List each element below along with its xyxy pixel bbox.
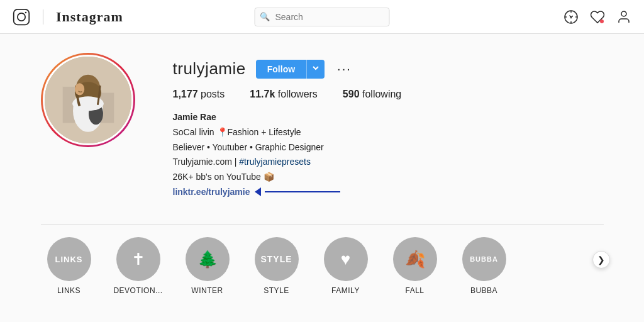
- highlight-bubba-circle: BUBBA: [462, 237, 506, 281]
- following-stat[interactable]: 590 following: [343, 89, 401, 100]
- highlight-fall[interactable]: 🍂 FALL: [387, 237, 443, 295]
- profile-top-row: trulyjamie Follow ···: [173, 59, 604, 79]
- highlight-winter-label: WINTER: [191, 286, 223, 295]
- link-row: linktr.ee/trulyjamie: [173, 185, 604, 199]
- follow-button[interactable]: Follow: [256, 60, 306, 79]
- stats-row: 1,177 posts 11.7k followers 590 followin…: [173, 89, 604, 100]
- highlight-devotion-label: DEVOTION...: [113, 286, 162, 295]
- highlights-next-button[interactable]: ❯: [592, 251, 610, 269]
- highlight-style[interactable]: STYLE STYLE: [248, 237, 305, 295]
- highlight-fall-circle: 🍂: [393, 237, 437, 281]
- following-count: 590: [343, 89, 360, 99]
- bio-line-2: Believer • Youtuber • Graphic Designer: [173, 140, 604, 154]
- highlight-fall-label: FALL: [405, 286, 424, 295]
- arrow-line: [265, 191, 340, 192]
- highlight-devotion-circle: ✝: [116, 237, 160, 281]
- hashtag-link[interactable]: #trulyjamiepresets: [239, 157, 311, 167]
- highlight-family-circle: ♥: [324, 237, 368, 281]
- more-options-button[interactable]: ···: [335, 62, 354, 76]
- bio-link[interactable]: linktr.ee/trulyjamie: [173, 185, 250, 199]
- highlight-bubba-label: BUBBA: [470, 286, 497, 295]
- instagram-wordmark: Instagram: [56, 9, 123, 25]
- instagram-camera-icon: [13, 8, 30, 26]
- highlights-section: LINKS LINKS ✝ DEVOTION... 🌲 WINTER STYLE…: [41, 224, 604, 295]
- heart-icon[interactable]: [590, 9, 605, 25]
- bio-name: Jamie Rae: [173, 110, 604, 124]
- svg-point-8: [621, 11, 626, 16]
- notification-dot: [600, 19, 604, 23]
- posts-count: 1,177: [173, 89, 198, 99]
- user-icon[interactable]: [616, 9, 631, 25]
- followers-count: 11.7k: [250, 89, 275, 99]
- highlight-winter[interactable]: 🌲 WINTER: [179, 237, 236, 295]
- profile-info: trulyjamie Follow ··· 1,177 posts: [173, 53, 604, 199]
- profile-section: trulyjamie Follow ··· 1,177 posts: [41, 53, 604, 199]
- highlight-links-circle: LINKS: [47, 237, 91, 281]
- bio: Jamie Rae SoCal livin 📍Fashion + Lifesty…: [173, 110, 604, 199]
- search-input[interactable]: [255, 8, 390, 26]
- highlight-family[interactable]: ♥ FAMILY: [318, 237, 374, 295]
- logo-divider: [43, 9, 43, 25]
- logo: Instagram: [13, 8, 123, 26]
- avatar: [43, 55, 133, 145]
- highlight-style-label: STYLE: [264, 286, 289, 295]
- highlight-family-label: FAMILY: [331, 286, 360, 295]
- follow-button-group: Follow: [256, 60, 325, 79]
- highlight-links[interactable]: LINKS LINKS: [41, 237, 97, 295]
- chevron-down-icon: [312, 64, 319, 72]
- arrow-head: [255, 187, 261, 196]
- avatar-image: [45, 57, 131, 143]
- follow-dropdown-button[interactable]: [306, 60, 325, 79]
- header-actions: [564, 9, 631, 25]
- header: Instagram 🔍: [0, 0, 644, 34]
- svg-point-18: [74, 83, 84, 95]
- highlight-winter-circle: 🌲: [186, 237, 230, 281]
- bio-line-3: Trulyjamie.com | #trulyjamiepresets: [173, 155, 604, 169]
- highlight-devotion[interactable]: ✝ DEVOTION...: [110, 237, 167, 295]
- avatar-ring: [41, 53, 135, 147]
- svg-rect-0: [14, 9, 30, 25]
- search-bar: 🔍: [255, 8, 390, 26]
- bio-line-1: SoCal livin 📍Fashion + Lifestyle: [173, 125, 604, 139]
- posts-stat: 1,177 posts: [173, 89, 225, 100]
- main-content: trulyjamie Follow ··· 1,177 posts: [28, 34, 616, 295]
- highlight-style-circle: STYLE: [255, 237, 299, 281]
- search-icon: 🔍: [260, 12, 270, 21]
- highlight-bubba[interactable]: BUBBA BUBBA: [456, 237, 513, 295]
- compass-icon[interactable]: [564, 9, 579, 25]
- highlight-links-label: LINKS: [57, 286, 80, 295]
- svg-point-2: [25, 11, 27, 13]
- followers-stat[interactable]: 11.7k followers: [250, 89, 318, 100]
- username: trulyjamie: [173, 59, 246, 79]
- svg-point-1: [18, 13, 25, 20]
- bio-line-4: 26K+ bb's on YouTube 📦: [173, 170, 604, 184]
